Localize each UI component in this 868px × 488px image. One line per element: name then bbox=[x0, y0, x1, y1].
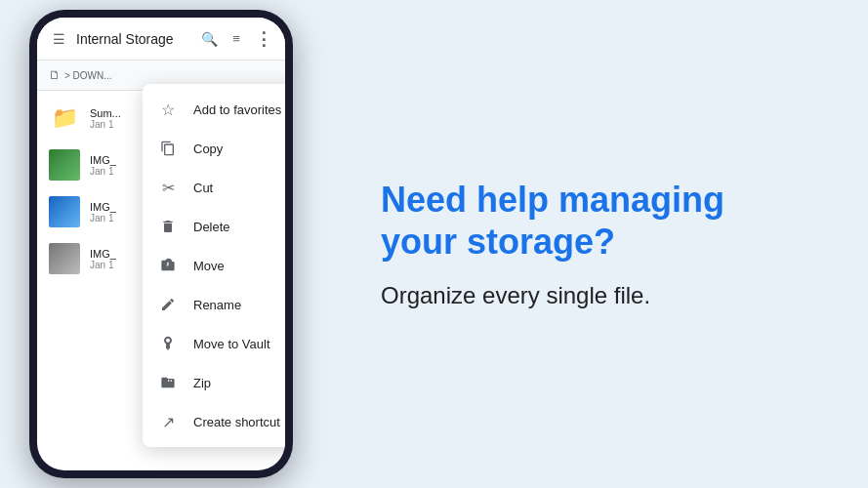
menu-label: Add to favorites bbox=[193, 102, 281, 117]
menu-item-rename[interactable]: Rename bbox=[143, 285, 285, 324]
menu-label: Delete bbox=[193, 220, 230, 234]
cut-icon: ✂ bbox=[158, 178, 178, 197]
menu-item-move-to-vault[interactable]: Move to Vault bbox=[143, 324, 285, 363]
menu-item-create-shortcut[interactable]: ↗ Create shortcut bbox=[143, 402, 285, 441]
menu-item-cut[interactable]: ✂ Cut bbox=[143, 168, 285, 207]
menu-item-delete[interactable]: Delete bbox=[143, 207, 285, 246]
menu-item-add-to-favorites[interactable]: ☆ Add to favorites bbox=[143, 90, 285, 129]
phone-screen: ☰ Internal Storage 🔍 ≡ ⋮ 🗋 > DOWN... 📁 S… bbox=[37, 18, 285, 470]
breadcrumb-text: > DOWN... bbox=[64, 70, 112, 81]
promo-headline: Need help managing your storage? bbox=[381, 179, 819, 263]
copy-icon bbox=[158, 139, 178, 158]
rename-icon bbox=[158, 295, 178, 314]
menu-item-copy[interactable]: Copy bbox=[143, 129, 285, 168]
image-thumbnail bbox=[49, 243, 80, 274]
menu-label: Rename bbox=[193, 298, 241, 312]
menu-label: Create shortcut bbox=[193, 415, 280, 429]
menu-label: Move bbox=[193, 259, 225, 273]
app-bar: ☰ Internal Storage 🔍 ≡ ⋮ bbox=[37, 18, 285, 61]
hamburger-icon[interactable]: ☰ bbox=[49, 29, 68, 49]
filter-icon[interactable]: ≡ bbox=[227, 29, 246, 49]
vault-icon bbox=[158, 334, 178, 353]
shortcut-icon: ↗ bbox=[158, 412, 178, 431]
more-icon[interactable]: ⋮ bbox=[254, 29, 273, 49]
menu-label: Zip bbox=[193, 376, 211, 390]
phone-container: ☰ Internal Storage 🔍 ≡ ⋮ 🗋 > DOWN... 📁 S… bbox=[29, 10, 332, 478]
promo-subheadline: Organize every single file. bbox=[381, 282, 819, 309]
headline-line2: your storage? bbox=[381, 222, 615, 262]
phone-frame: ☰ Internal Storage 🔍 ≡ ⋮ 🗋 > DOWN... 📁 S… bbox=[29, 10, 293, 478]
app-title: Internal Storage bbox=[76, 31, 191, 47]
context-menu: ☆ Add to favorites Copy ✂ Cut bbox=[143, 84, 285, 447]
image-thumbnail bbox=[49, 196, 80, 227]
search-icon[interactable]: 🔍 bbox=[199, 29, 219, 49]
menu-item-move[interactable]: Move bbox=[143, 246, 285, 285]
menu-label: Cut bbox=[193, 181, 213, 195]
menu-label: Copy bbox=[193, 142, 223, 156]
star-icon: ☆ bbox=[158, 100, 178, 119]
promo-content: Need help managing your storage? Organiz… bbox=[332, 140, 868, 348]
folder-icon: 📁 bbox=[49, 102, 80, 134]
headline-line1: Need help managing bbox=[381, 180, 724, 220]
zip-icon bbox=[158, 373, 178, 392]
move-icon bbox=[158, 256, 178, 275]
menu-item-zip[interactable]: Zip bbox=[143, 363, 285, 402]
image-thumbnail bbox=[49, 149, 80, 181]
menu-label: Move to Vault bbox=[193, 337, 270, 351]
delete-icon bbox=[158, 217, 178, 236]
